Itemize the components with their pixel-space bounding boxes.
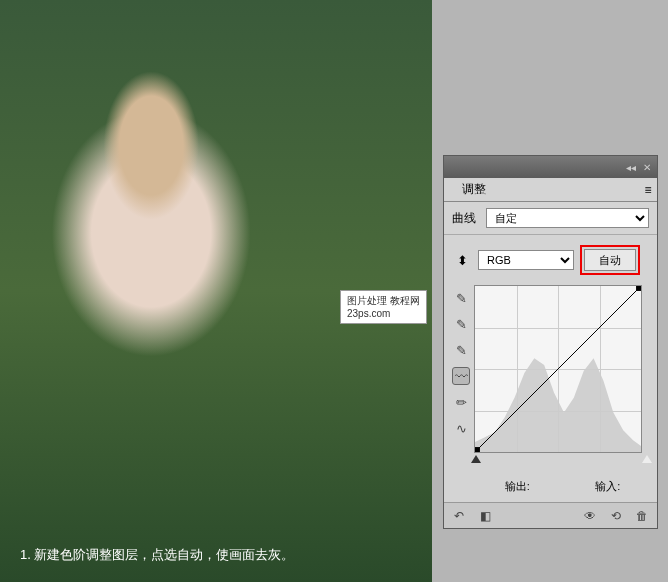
visibility-icon[interactable]: 👁 xyxy=(581,508,599,524)
reset-icon[interactable]: ⟲ xyxy=(607,508,625,524)
watermark-line3: 教程网 xyxy=(390,295,420,306)
panel-header: ◂◂ ✕ xyxy=(444,156,657,178)
input-slider[interactable] xyxy=(474,455,649,469)
svg-line-1 xyxy=(475,286,641,452)
white-eyedropper-icon[interactable]: ✎ xyxy=(452,341,470,359)
preset-select[interactable]: 自定 xyxy=(486,208,649,228)
output-input-row: 输出: 输入: xyxy=(444,473,657,502)
channel-select[interactable]: RGB xyxy=(478,250,574,270)
svg-rect-3 xyxy=(636,286,641,291)
auto-button[interactable]: 自动 xyxy=(584,249,636,271)
tutorial-step-caption: 1. 新建色阶调整图层，点选自动，使画面去灰。 xyxy=(20,546,294,564)
watermark-line1: 图片处理 xyxy=(347,295,387,306)
panel-body: ✎ ✎ ✎ 〰 ✏ ∿ xyxy=(444,281,657,473)
layers-icon[interactable]: ◧ xyxy=(476,508,494,524)
watermark: 图片处理 教程网 23ps.com xyxy=(340,290,427,324)
targeted-adjustment-icon[interactable]: ⬍ xyxy=(452,250,472,270)
smooth-tool-icon[interactable]: ∿ xyxy=(452,419,470,437)
auto-button-highlight: 自动 xyxy=(580,245,640,275)
adjustments-panel: ◂◂ ✕ 调整 ≡ 曲线 自定 ⬍ RGB 自动 ✎ ✎ ✎ 〰 ✏ ∿ xyxy=(443,155,658,529)
close-icon[interactable]: ✕ xyxy=(641,161,653,173)
input-label: 输入: xyxy=(595,479,620,494)
curves-graph[interactable] xyxy=(474,285,642,453)
pencil-tool-icon[interactable]: ✏ xyxy=(452,393,470,411)
curve-point-tool-icon[interactable]: 〰 xyxy=(452,367,470,385)
back-icon[interactable]: ↶ xyxy=(450,508,468,524)
collapse-icon[interactable]: ◂◂ xyxy=(625,161,637,173)
black-point-slider[interactable] xyxy=(471,455,481,463)
graph-area xyxy=(474,285,649,469)
edited-photo: 图片处理 教程网 23ps.com 1. 新建色阶调整图层，点选自动，使画面去灰… xyxy=(0,0,432,582)
curve-line[interactable] xyxy=(475,286,641,452)
svg-rect-2 xyxy=(475,447,480,452)
gray-eyedropper-icon[interactable]: ✎ xyxy=(452,315,470,333)
side-tools: ✎ ✎ ✎ 〰 ✏ ∿ xyxy=(452,285,474,469)
white-point-slider[interactable] xyxy=(642,455,652,463)
trash-icon[interactable]: 🗑 xyxy=(633,508,651,524)
black-eyedropper-icon[interactable]: ✎ xyxy=(452,289,470,307)
panel-tabs: 调整 ≡ xyxy=(444,178,657,202)
channel-row: ⬍ RGB 自动 xyxy=(444,235,657,281)
watermark-line2: 23ps.com xyxy=(347,308,390,319)
preset-row: 曲线 自定 xyxy=(444,202,657,235)
curve-label: 曲线 xyxy=(452,210,480,227)
tab-adjustments[interactable]: 调整 xyxy=(452,178,496,201)
panel-menu-icon[interactable]: ≡ xyxy=(639,181,657,199)
output-label: 输出: xyxy=(505,479,530,494)
panel-footer: ↶ ◧ 👁 ⟲ 🗑 xyxy=(444,502,657,528)
